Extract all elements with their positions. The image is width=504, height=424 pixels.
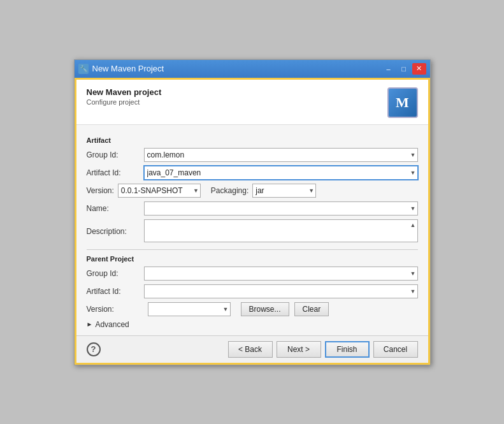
title-bar-buttons: – □ ✕	[382, 63, 426, 75]
parent-artifact-id-row: Artifact Id: ▼	[87, 284, 418, 298]
dialog-body: New Maven project Configure project M Ar…	[75, 78, 430, 365]
version-group: Version: ▼	[87, 184, 201, 198]
clear-button[interactable]: Clear	[294, 302, 329, 316]
name-input[interactable]	[144, 201, 418, 216]
title-bar-title: New Maven Project	[92, 64, 164, 73]
parent-artifact-id-label: Artifact Id:	[87, 287, 144, 296]
group-id-input[interactable]	[144, 148, 418, 162]
browse-button[interactable]: Browse...	[241, 302, 289, 316]
name-label: Name:	[87, 204, 144, 213]
parent-group-id-label: Group Id:	[87, 269, 144, 278]
next-button[interactable]: Next >	[277, 341, 321, 358]
packaging-input[interactable]	[252, 184, 316, 198]
artifact-id-row: Artifact Id: ▼	[87, 166, 418, 180]
description-row: Description: ▲	[87, 219, 418, 244]
maven-logo: M	[387, 87, 418, 118]
cancel-button[interactable]: Cancel	[373, 341, 418, 358]
parent-version-label: Version:	[87, 305, 144, 314]
dialog-header-text: New Maven project Configure project	[87, 87, 162, 106]
form-area: Artifact Group Id: ▼ Artifact Id: ▼	[76, 125, 428, 335]
title-bar: 🔧 New Maven Project – □ ✕	[75, 60, 430, 78]
name-row: Name: ▼	[87, 201, 418, 216]
packaging-label: Packaging:	[211, 186, 248, 195]
help-icon-symbol: ?	[91, 344, 96, 354]
artifact-section-label: Artifact	[87, 136, 418, 144]
advanced-arrow-icon: ►	[87, 321, 93, 328]
description-field: ▲	[144, 219, 418, 244]
artifact-id-input[interactable]	[144, 166, 418, 180]
artifact-id-label: Artifact Id:	[87, 168, 144, 177]
dialog-footer: ? < Back Next > Finish Cancel	[76, 335, 428, 363]
dialog-icon: 🔧	[78, 64, 89, 74]
packaging-select: ▼	[252, 184, 316, 198]
artifact-id-field: ▼	[144, 166, 418, 180]
parent-artifact-id-input[interactable]	[144, 284, 418, 298]
back-button[interactable]: < Back	[228, 341, 273, 358]
description-label: Description:	[87, 227, 144, 236]
parent-version-input[interactable]	[148, 302, 231, 316]
group-id-label: Group Id:	[87, 150, 144, 159]
new-maven-project-dialog: 🔧 New Maven Project – □ ✕ New Maven proj…	[74, 59, 431, 365]
description-textarea[interactable]	[144, 219, 418, 242]
version-packaging-row: Version: ▼ Packaging: ▼	[87, 184, 418, 198]
maximize-button[interactable]: □	[397, 63, 411, 75]
group-id-field: ▼	[144, 148, 418, 162]
parent-section-label: Parent Project	[87, 255, 418, 263]
dialog-header-title: New Maven project	[87, 87, 162, 97]
dialog-header-subtitle: Configure project	[87, 98, 162, 106]
advanced-label: Advanced	[95, 320, 129, 329]
dialog-header: New Maven project Configure project M	[76, 80, 428, 125]
advanced-row[interactable]: ► Advanced	[87, 320, 418, 329]
parent-version-row: Version: ▼ Browse... Clear	[87, 302, 418, 316]
footer-right: < Back Next > Finish Cancel	[228, 341, 418, 358]
browse-clear-group: Browse... Clear	[241, 302, 329, 316]
parent-group-id-input[interactable]	[144, 267, 418, 281]
finish-button[interactable]: Finish	[325, 341, 370, 358]
minimize-button[interactable]: –	[382, 63, 396, 75]
version-select: ▼	[118, 184, 201, 198]
version-label: Version:	[87, 186, 114, 195]
name-field: ▼	[144, 201, 418, 216]
packaging-group: Packaging: ▼	[211, 184, 316, 198]
parent-group-id-row: Group Id: ▼	[87, 267, 418, 281]
parent-artifact-id-field: ▼	[144, 284, 418, 298]
parent-group-id-field: ▼	[144, 267, 418, 281]
version-input[interactable]	[118, 184, 201, 198]
help-button[interactable]: ?	[87, 342, 101, 356]
parent-version-field: ▼	[148, 302, 231, 316]
close-button[interactable]: ✕	[412, 63, 426, 75]
footer-left: ?	[87, 342, 101, 356]
section-divider	[87, 249, 418, 250]
title-bar-left: 🔧 New Maven Project	[78, 64, 164, 74]
group-id-row: Group Id: ▼	[87, 148, 418, 162]
